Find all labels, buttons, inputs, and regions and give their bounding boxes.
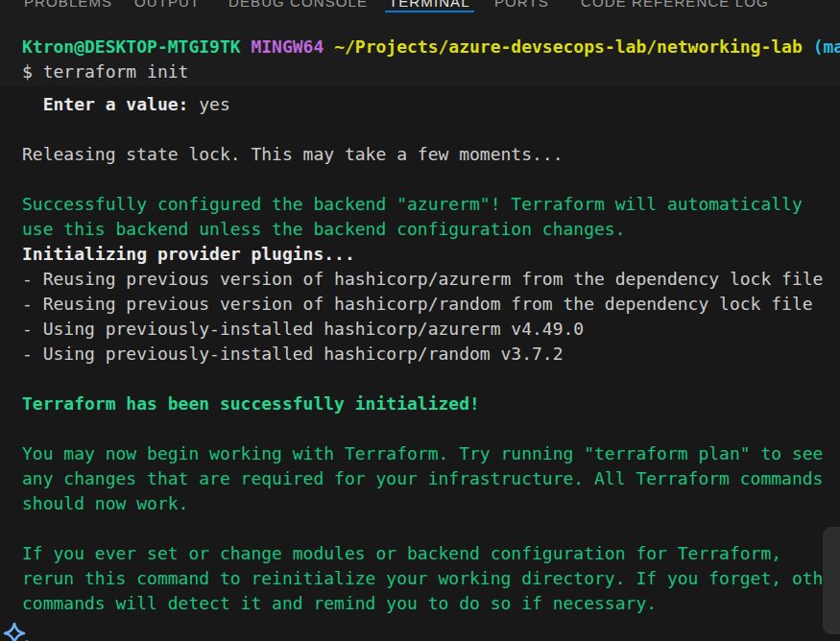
terminal-line: Ktron@DESKTOP-MTGI9TK MINGW64 ~/Projects…	[22, 35, 840, 59]
terminal-line	[22, 516, 840, 541]
terminal-line: Successfully configured the backend "azu…	[22, 192, 840, 217]
panel-tab-terminal[interactable]: TERMINAL	[389, 0, 470, 13]
terminal-line: Terraform has been successfully initiali…	[22, 392, 840, 416]
terminal-line	[22, 117, 840, 142]
panel-tab-problems[interactable]: PROBLEMS	[24, 0, 112, 13]
ai-sparkle-icon[interactable]	[2, 621, 36, 641]
panel-tab-ports[interactable]: PORTS	[494, 0, 549, 13]
panel-tab-bar: PROBLEMSOUTPUTDEBUG CONSOLETERMINALPORTS…	[0, 0, 840, 13]
terminal-line: rerun this command to reinitialize your …	[22, 566, 840, 591]
panel-tab-code-reference-log[interactable]: CODE REFERENCE LOG	[581, 0, 769, 13]
panel-tab-label: PROBLEMS	[24, 0, 112, 10]
terminal-output[interactable]: Enter a value: yesReleasing state lock. …	[0, 86, 840, 641]
terminal-line: commands will detect it and remind you t…	[22, 591, 840, 616]
terminal-line: - Reusing previous version of hashicorp/…	[22, 267, 840, 292]
terminal-line: Enter a value: yes	[22, 92, 840, 117]
panel-tab-label: OUTPUT	[134, 0, 200, 10]
terminal-scrollbar-thumb[interactable]	[823, 527, 840, 634]
panel-tab-label: PORTS	[494, 0, 549, 10]
panel-tab-label: DEBUG CONSOLE	[228, 0, 368, 10]
terminal-line	[22, 367, 840, 392]
terminal-line: - Using previously-installed hashicorp/a…	[22, 317, 840, 342]
terminal-line: - Reusing previous version of hashicorp/…	[22, 292, 840, 317]
terminal-line: If you ever set or change modules or bac…	[22, 541, 840, 566]
terminal-line: Releasing state lock. This may take a fe…	[22, 142, 840, 167]
terminal-line	[22, 416, 840, 441]
panel-tab-label: CODE REFERENCE LOG	[581, 0, 769, 10]
panel-tab-label: TERMINAL	[389, 0, 470, 10]
terminal-line: any changes that are required for your i…	[22, 466, 840, 491]
panel-tab-output[interactable]: OUTPUT	[134, 0, 200, 13]
panel-tab-debug-console[interactable]: DEBUG CONSOLE	[228, 0, 368, 13]
terminal-line: use this backend unless the backend conf…	[22, 217, 840, 242]
terminal-line: - Using previously-installed hashicorp/r…	[22, 342, 840, 367]
terminal-line: $ terraform init	[22, 59, 840, 84]
terminal-line: Initializing provider plugins...	[22, 242, 840, 267]
terminal-line: You may now begin working with Terraform…	[22, 441, 840, 466]
terminal-line	[22, 167, 840, 192]
terminal-line: should now work.	[22, 491, 840, 516]
terminal-panel[interactable]: Ktron@DESKTOP-MTGI9TK MINGW64 ~/Projects…	[0, 13, 840, 641]
